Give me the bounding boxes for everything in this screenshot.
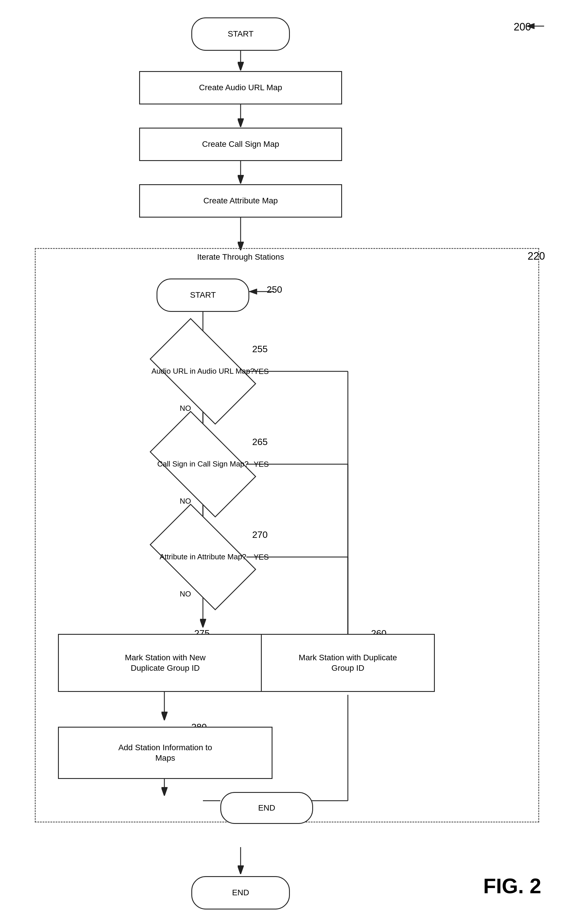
ref-270: 270 [252, 529, 267, 540]
step215-label: Create Attribute Map [203, 196, 278, 206]
step275-node: Mark Station with New Duplicate Group ID [58, 634, 272, 692]
ref-200: 200 [514, 21, 531, 33]
no-265-label: NO [180, 497, 191, 506]
step275-label: Mark Station with New Duplicate Group ID [125, 653, 206, 674]
step260-label: Mark Station with Duplicate Group ID [299, 653, 397, 674]
start-inner-node: START [157, 279, 249, 312]
yes-255-label: YES [254, 367, 269, 376]
step280-node: Add Station Information to Maps [58, 727, 272, 779]
end-outer-node: END [191, 876, 290, 910]
step215-node: Create Attribute Map [139, 184, 342, 218]
no-270-label: NO [180, 589, 191, 598]
end-inner-label: END [258, 803, 275, 813]
ref-255: 255 [252, 344, 267, 355]
ref-250: 250 [267, 284, 282, 295]
diagram-container: FIG. 2 200 START 205 Create Audio URL Ma… [0, 0, 576, 924]
step210-label: Create Call Sign Map [202, 139, 279, 149]
ref-220: 220 [528, 250, 545, 262]
end-outer-label: END [232, 887, 249, 898]
start-top-node: START [191, 18, 290, 51]
start-top-label: START [227, 29, 253, 39]
step280-label: Add Station Information to Maps [118, 743, 212, 764]
figure-label: FIG. 2 [483, 874, 541, 898]
step260-node: Mark Station with Duplicate Group ID [261, 634, 435, 692]
step205-node: Create Audio URL Map [139, 71, 342, 104]
ref-265: 265 [252, 436, 267, 448]
yes-270-label: YES [254, 553, 269, 561]
no-255-label: NO [180, 404, 191, 413]
step205-label: Create Audio URL Map [199, 82, 282, 93]
start-inner-label: START [190, 290, 216, 300]
iterate-label: Iterate Through Stations [139, 252, 342, 261]
end-inner-node: END [220, 792, 313, 824]
yes-265-label: YES [254, 460, 269, 469]
step210-node: Create Call Sign Map [139, 128, 342, 161]
